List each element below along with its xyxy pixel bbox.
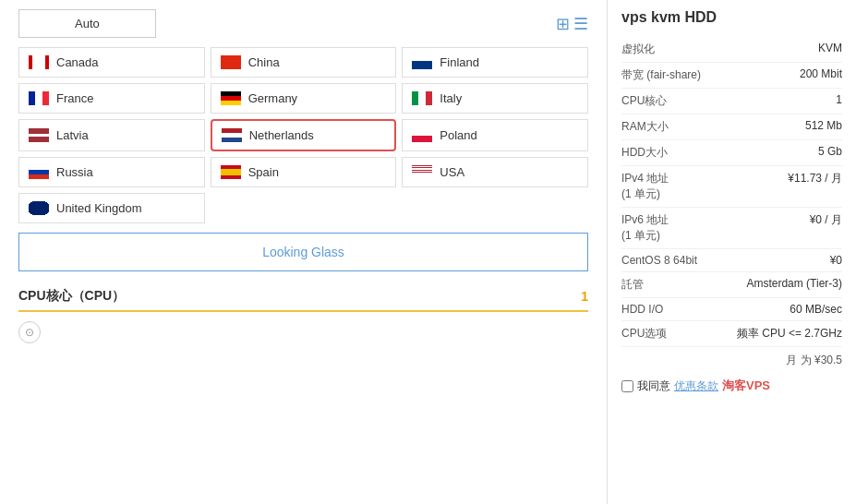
country-item-italy[interactable]: Italy <box>402 83 588 114</box>
spec-row: CentOS 8 64bit¥0 <box>621 249 842 272</box>
spec-value: 频率 CPU <= 2.7GHz <box>737 326 842 342</box>
spec-row: IPv6 地址 (1 单元)¥0 / 月 <box>621 208 842 249</box>
flag-uk <box>29 201 49 215</box>
grid-view-icon[interactable]: ⊞ <box>556 14 570 34</box>
cpu-stepper-icon[interactable]: ⊙ <box>18 321 41 343</box>
country-item-poland[interactable]: Poland <box>402 119 588 151</box>
spec-value: KVM <box>818 42 842 54</box>
terms-link[interactable]: 优惠条款 <box>674 378 718 394</box>
spec-row: CPU选项频率 CPU <= 2.7GHz <box>621 321 842 347</box>
spec-row: HDD I/O60 MB/sec <box>621 298 842 321</box>
flag-finland <box>412 55 432 69</box>
flag-canada <box>29 55 49 69</box>
country-label-france: France <box>56 91 93 105</box>
spec-row: IPv4 地址 (1 单元)¥11.73 / 月 <box>621 166 842 208</box>
flag-spain <box>221 165 241 179</box>
country-item-finland[interactable]: Finland <box>402 47 588 78</box>
taoke-label: 淘客VPS <box>722 378 770 394</box>
country-item-china[interactable]: China <box>211 47 397 78</box>
looking-glass-button[interactable]: Looking Glass <box>18 233 588 271</box>
country-label-italy: Italy <box>440 91 462 105</box>
spec-value: 1 <box>836 93 842 106</box>
spec-value: 200 Mbit <box>800 67 842 80</box>
country-label-usa: USA <box>440 165 464 179</box>
country-item-russia[interactable]: Russia <box>18 157 205 187</box>
country-label-finland: Finland <box>440 55 479 69</box>
country-label-canada: Canada <box>56 55 99 69</box>
country-item-uk[interactable]: United Kingdom <box>18 193 205 223</box>
spec-row: HDD大小5 Gb <box>621 140 842 166</box>
country-grid: CanadaChinaFinlandFranceGermanyItalyLatv… <box>18 47 588 223</box>
spec-row: RAM大小512 Mb <box>621 114 842 140</box>
country-label-poland: Poland <box>440 128 476 142</box>
monthly-price: 月 为 ¥30.5 <box>621 353 842 368</box>
spec-row: 虚拟化KVM <box>621 37 842 63</box>
spec-value: ¥11.73 / 月 <box>788 171 842 186</box>
spec-label: 带宽 (fair-share) <box>621 67 701 83</box>
spec-label: CPU选项 <box>621 326 667 342</box>
flag-latvia <box>29 128 49 142</box>
country-item-netherlands[interactable]: Netherlands <box>211 119 397 151</box>
spec-row: CPU核心1 <box>621 89 842 114</box>
spec-label: RAM大小 <box>621 119 669 135</box>
cpu-section-title: CPU核心（CPU） 1 <box>18 288 588 312</box>
flag-poland <box>412 128 432 142</box>
location-header: Auto ⊞ ☰ <box>18 9 588 38</box>
country-label-russia: Russia <box>56 165 93 179</box>
spec-label: 託管 <box>621 277 644 293</box>
flag-italy <box>412 91 432 105</box>
spec-row: 带宽 (fair-share)200 Mbit <box>621 63 842 89</box>
flag-russia <box>29 165 49 179</box>
spec-value: ¥0 <box>830 254 842 267</box>
spec-label: CentOS 8 64bit <box>621 254 697 267</box>
spec-label: IPv4 地址 (1 单元) <box>621 171 669 202</box>
spec-label: IPv6 地址 (1 单元) <box>621 212 669 244</box>
country-label-china: China <box>248 55 280 69</box>
country-item-germany[interactable]: Germany <box>211 83 397 114</box>
cpu-row: ⊙ <box>18 321 588 343</box>
country-item-france[interactable]: France <box>18 83 205 114</box>
flag-netherlands <box>222 128 242 142</box>
spec-label: CPU核心 <box>621 93 667 109</box>
agree-row: 我同意 优惠条款 淘客VPS <box>621 378 842 394</box>
spec-value: Amsterdam (Tier-3) <box>746 277 842 290</box>
country-item-latvia[interactable]: Latvia <box>18 119 205 151</box>
product-title: vps kvm HDD <box>621 9 842 26</box>
country-item-canada[interactable]: Canada <box>18 47 205 78</box>
country-label-germany: Germany <box>248 91 297 105</box>
auto-button[interactable]: Auto <box>18 9 156 38</box>
country-label-uk: United Kingdom <box>56 201 142 215</box>
spec-row: 託管Amsterdam (Tier-3) <box>621 272 842 298</box>
product-sidebar: vps kvm HDD 虚拟化KVM带宽 (fair-share)200 Mbi… <box>607 0 856 504</box>
agree-checkbox[interactable] <box>621 380 633 392</box>
country-label-netherlands: Netherlands <box>249 128 314 142</box>
spec-label: 虚拟化 <box>621 42 655 57</box>
flag-usa <box>412 165 432 179</box>
spec-value: 5 Gb <box>818 145 842 158</box>
country-label-latvia: Latvia <box>56 128 89 142</box>
spec-label: HDD I/O <box>621 303 663 316</box>
spec-value: ¥0 / 月 <box>810 212 842 228</box>
country-item-usa[interactable]: USA <box>402 157 588 187</box>
country-label-spain: Spain <box>248 165 279 179</box>
flag-france <box>29 91 49 105</box>
country-item-spain[interactable]: Spain <box>211 157 397 187</box>
list-view-icon[interactable]: ☰ <box>573 14 588 34</box>
flag-germany <box>221 91 241 105</box>
spec-value: 512 Mb <box>805 119 842 132</box>
spec-label: HDD大小 <box>621 145 668 161</box>
flag-china <box>221 55 241 69</box>
spec-value: 60 MB/sec <box>790 303 842 316</box>
specs-list: 虚拟化KVM带宽 (fair-share)200 MbitCPU核心1RAM大小… <box>621 37 842 347</box>
